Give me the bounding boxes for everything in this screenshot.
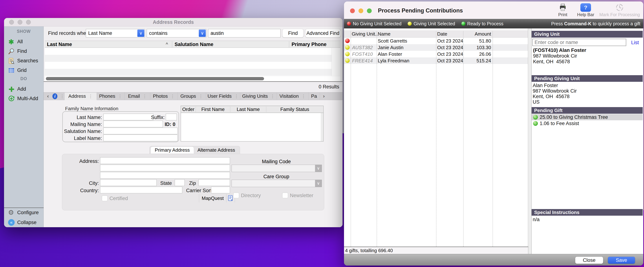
sidebar-item-grid[interactable]: Grid xyxy=(4,66,44,74)
tab-handle-icon: ⋮ xyxy=(118,94,122,99)
state-field[interactable] xyxy=(175,179,185,186)
sidebar-item-add[interactable]: Add xyxy=(4,85,44,93)
pending-gift-item[interactable]: → 25.00 to Giving Christmas Tree xyxy=(532,114,643,120)
minimize-window-button[interactable] xyxy=(358,8,363,13)
column-header-last-name[interactable]: Last Name xyxy=(230,106,266,112)
mark-for-processing-toolbar-button[interactable]: Mark For Processing xyxy=(598,3,641,17)
tabs-scroll-right-button[interactable]: › xyxy=(320,92,328,100)
info-icon: i xyxy=(52,93,58,99)
newsletter-checkbox[interactable] xyxy=(282,192,288,198)
column-header-first-name[interactable]: First Name xyxy=(196,106,230,112)
titlebar[interactable]: Address Records xyxy=(4,18,342,26)
sidebar-item-label: Configure xyxy=(17,210,39,216)
column-header-order[interactable]: Order xyxy=(181,106,196,112)
sidebar-item-label: Find xyxy=(17,48,27,54)
tab-photos[interactable]: Photos⋮ xyxy=(150,92,178,100)
vertical-scrollbar-track[interactable] xyxy=(332,48,340,76)
sort-ascending-indicator: ^ xyxy=(166,42,168,47)
carrier-sort-label: Carrier Sort: xyxy=(186,188,210,194)
address-line3-field[interactable] xyxy=(100,172,230,178)
mailing-name-field[interactable] xyxy=(104,121,163,127)
mapquest-button[interactable]: MapQuest xyxy=(199,194,235,202)
sidebar-item-configure[interactable]: ⚙ Configure xyxy=(4,209,44,216)
address-line1-field[interactable] xyxy=(100,157,230,164)
zoom-window-button[interactable] xyxy=(367,8,372,13)
carrier-sort-field[interactable] xyxy=(211,187,230,193)
advanced-find-button[interactable]: Advanced Find xyxy=(305,29,340,38)
pending-gift-section-header: Pending Gift xyxy=(532,107,643,114)
tab-user-fields[interactable]: User Fields⋮ xyxy=(206,92,240,100)
vertical-scrollbar-track[interactable] xyxy=(528,28,532,254)
family-name-information-legend: Family Name Information xyxy=(65,106,118,112)
sidebar-item-multi-add[interactable]: Multi-Add xyxy=(4,94,44,102)
directory-checkbox[interactable] xyxy=(233,192,239,198)
help-bar-toolbar-button[interactable]: ? Help Bar xyxy=(575,3,597,17)
family-members-table: Order First Name Last Name Family Status xyxy=(180,106,324,142)
members-scrollbar-track[interactable] xyxy=(321,113,323,141)
suffix-field[interactable] xyxy=(166,114,177,120)
titlebar[interactable]: Process Pending Contributions Print ? He… xyxy=(344,2,643,19)
find-button[interactable]: Find xyxy=(282,29,304,38)
close-window-button[interactable] xyxy=(350,8,355,13)
gift-code: FREE414 xyxy=(352,58,373,64)
horizontal-scrollbar-thumb[interactable] xyxy=(46,77,264,80)
tab-email[interactable]: Email⋮ xyxy=(125,92,150,100)
search-value-input[interactable] xyxy=(208,29,280,38)
certified-checkbox[interactable] xyxy=(102,195,108,201)
sidebar-item-all[interactable]: ✱ All xyxy=(4,38,44,46)
list-link[interactable]: List xyxy=(631,40,639,46)
column-header-name[interactable]: Name xyxy=(378,31,390,37)
column-separator[interactable] xyxy=(172,41,172,48)
column-header-last-name[interactable]: Last Name xyxy=(47,42,72,47)
city-field[interactable] xyxy=(100,179,156,186)
tabs-scroll-left-button[interactable]: ‹ xyxy=(44,92,52,100)
tab-phones[interactable]: Phones⋮ xyxy=(97,92,125,100)
sidebar-item-label: Grid xyxy=(17,68,26,73)
column-header-date[interactable]: Date xyxy=(437,31,447,37)
selected-giving-unit-name: (FOST410) Alan Foster xyxy=(533,48,586,53)
directory-label: Directory xyxy=(241,193,261,198)
results-table-body xyxy=(45,48,340,76)
address-type-tabs: Primary Address Alternate Address xyxy=(150,146,240,154)
sidebar-item-collapse[interactable]: « Collapse xyxy=(4,218,44,226)
address-line2-field[interactable] xyxy=(100,165,230,171)
print-toolbar-button[interactable]: Print xyxy=(554,3,571,17)
care-group-dropdown[interactable]: ∨ xyxy=(232,180,322,187)
sidebar-item-searches[interactable]: Searches xyxy=(4,57,44,64)
status-dot-yellow xyxy=(345,58,350,63)
column-header-amount[interactable]: Amount xyxy=(464,31,491,37)
giving-unit-search-input[interactable] xyxy=(532,39,626,46)
mailing-name-label: Mailing Name: xyxy=(63,122,102,127)
sidebar-item-find[interactable]: Find xyxy=(4,47,44,55)
column-header-primary-phone[interactable]: Primary Phone xyxy=(292,42,326,47)
save-button[interactable]: Save xyxy=(608,257,635,264)
column-separator[interactable] xyxy=(289,41,289,48)
tab-handle-icon: ⋮ xyxy=(88,94,93,99)
horizontal-scrollbar-track[interactable] xyxy=(45,76,340,81)
tab-info[interactable]: i ⋮ xyxy=(52,92,64,100)
tab-visitation[interactable]: Visitation⋮ xyxy=(277,92,308,100)
zip-field[interactable] xyxy=(198,179,230,186)
tab-giving-units[interactable]: Giving Units⋮ xyxy=(240,92,277,100)
last-name-field[interactable] xyxy=(104,114,153,120)
tab-primary-address[interactable]: Primary Address xyxy=(151,147,194,154)
search-field-dropdown[interactable]: Last Name ∨ xyxy=(86,29,145,38)
column-header-salutation-name[interactable]: Salutation Name xyxy=(174,42,214,47)
pending-giving-unit-line: 987 Willowbrook Cir xyxy=(533,88,577,94)
country-field[interactable] xyxy=(100,187,182,193)
salutation-name-field[interactable] xyxy=(104,128,178,134)
column-header-family-status[interactable]: Family Status xyxy=(266,106,323,112)
label-name-field[interactable] xyxy=(104,134,178,141)
close-button[interactable]: Close xyxy=(575,257,603,264)
tab-pastoral-truncated[interactable]: Pa xyxy=(308,92,320,100)
search-operator-dropdown[interactable]: contains ∨ xyxy=(147,29,206,38)
column-header-giving-unit[interactable]: Giving Unit... xyxy=(352,31,379,37)
tab-address[interactable]: Address⋮ xyxy=(64,92,97,100)
mailing-code-dropdown[interactable]: ∨ xyxy=(232,165,322,172)
tab-alternate-address[interactable]: Alternate Address xyxy=(194,147,239,154)
legend-giving-unit-selected: Giving Unit Selected xyxy=(414,21,455,26)
sidebar: SHOW ✱ All Find Searches xyxy=(4,26,44,227)
suffix-label: Suffix: xyxy=(149,114,165,120)
pending-gift-item[interactable]: → 1.06 to Fee Assist xyxy=(532,120,643,126)
tab-groups[interactable]: Groups⋮ xyxy=(178,92,206,100)
